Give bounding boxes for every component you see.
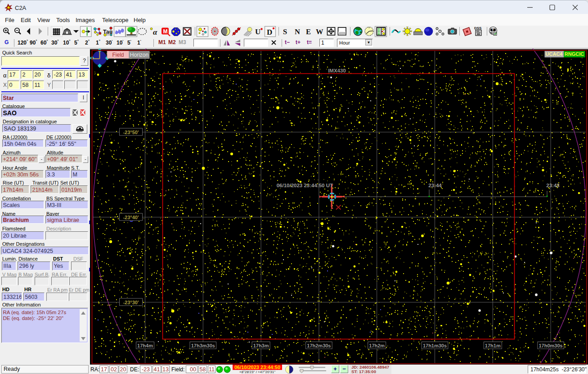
- svg-text:17h0m30s: 17h0m30s: [539, 343, 562, 348]
- svg-text:17h3m: 17h3m: [253, 343, 269, 348]
- svg-text:Field: Field: [112, 52, 124, 58]
- svg-text:W: W: [316, 27, 323, 36]
- svg-text:DSS: DSS: [474, 26, 482, 30]
- svg-text:IMX430: IMX430: [328, 68, 346, 73]
- svg-text:23:43: 23:43: [546, 183, 559, 188]
- svg-text:17h4m: 17h4m: [137, 343, 153, 348]
- svg-text:T: T: [492, 28, 494, 32]
- svg-text:-23°30': -23°30': [123, 300, 139, 305]
- svg-text:Horizon: Horizon: [130, 52, 148, 58]
- svg-text:U: U: [255, 27, 260, 36]
- svg-text:N: N: [295, 27, 300, 36]
- svg-text:17h1m: 17h1m: [485, 343, 501, 348]
- svg-text:S: S: [283, 27, 287, 36]
- svg-text:UCAC4: UCAC4: [546, 51, 563, 57]
- svg-text:-23°40': -23°40': [123, 215, 139, 220]
- svg-text:17h2m30s: 17h2m30s: [307, 343, 331, 348]
- svg-text:17h1m30s: 17h1m30s: [423, 343, 447, 348]
- svg-text:D: D: [267, 28, 272, 36]
- svg-text:17h3m30s: 17h3m30s: [191, 343, 215, 348]
- svg-text:M: M: [163, 28, 168, 35]
- svg-text:-23°50': -23°50': [123, 130, 139, 135]
- svg-text:17h2m: 17h2m: [369, 343, 385, 348]
- svg-text:E: E: [306, 27, 311, 36]
- svg-text:RNGCIC: RNGCIC: [565, 51, 584, 57]
- svg-text:23:44: 23:44: [428, 183, 442, 188]
- svg-text:06/10/2023 23:44:50 UT: 06/10/2023 23:44:50 UT: [277, 183, 333, 188]
- svg-text:α: α: [153, 28, 157, 36]
